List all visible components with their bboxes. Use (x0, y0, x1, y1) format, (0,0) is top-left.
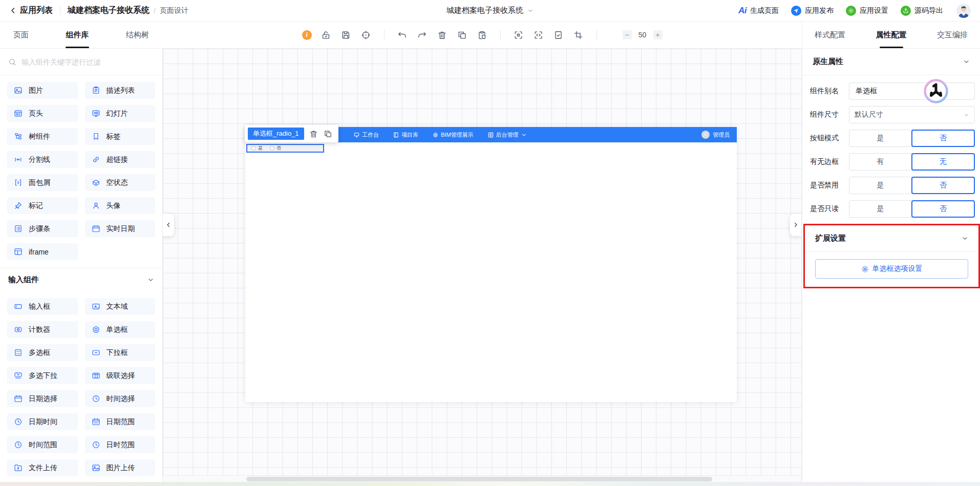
page-title-dropdown[interactable]: 城建档案电子接收系统 (446, 6, 534, 15)
navbar-menu-item[interactable]: 工作台 (354, 131, 379, 139)
user-avatar[interactable] (956, 4, 971, 18)
page-artboard[interactable]: 工作台 项目库 BIM管理展示 后台管理 (245, 127, 737, 402)
selected-radio-component[interactable]: 是 否 (246, 144, 324, 153)
unlock-icon[interactable] (321, 29, 332, 40)
horizontal-scrollbar-thumb[interactable] (246, 477, 712, 481)
component-item[interactable]: 级联选择 (85, 367, 156, 384)
component-item[interactable]: 空状态 (85, 174, 156, 191)
save-icon[interactable] (340, 29, 352, 40)
component-item[interactable]: iframe (7, 243, 78, 260)
disabled-yes[interactable]: 是 (849, 177, 912, 194)
component-item[interactable]: 超链接 (85, 151, 156, 168)
copy-icon[interactable] (457, 29, 468, 40)
duplicate-component-button[interactable] (324, 129, 333, 138)
view-code-icon[interactable] (533, 29, 544, 40)
component-item[interactable]: 文本域 (85, 298, 156, 315)
component-label: 头像 (106, 201, 121, 210)
component-item[interactable]: 输入框 (7, 298, 78, 315)
zoom-out-button[interactable]: − (623, 30, 632, 39)
breadcrumb-app-name[interactable]: 城建档案电子接收系统 (68, 5, 150, 16)
canvas-frame-icon[interactable] (573, 29, 584, 40)
navbar-menu-item[interactable]: BIM管理展示 (433, 131, 474, 139)
component-item[interactable]: 标签 (85, 128, 156, 145)
back-to-app-list[interactable]: 应用列表 (9, 5, 53, 16)
component-alias-input[interactable] (849, 82, 975, 100)
collapse-left-panel-handle[interactable] (163, 214, 174, 236)
border-no[interactable]: 无 (911, 153, 975, 171)
page-check-icon[interactable] (553, 29, 564, 40)
radio-option-label: 否 (276, 145, 281, 152)
app-publish-button[interactable]: 应用发布 (791, 6, 834, 16)
delete-component-button[interactable] (309, 129, 318, 138)
component-item[interactable]: 面包屑 (7, 174, 78, 191)
tab-style-config[interactable]: 样式配置 (815, 22, 845, 48)
radio-circle-icon[interactable] (270, 146, 274, 151)
component-item[interactable]: 多选下拉 (7, 367, 78, 384)
navbar-user[interactable]: 管理员 (701, 131, 737, 139)
radio-option[interactable]: 否 (270, 145, 281, 152)
component-item[interactable]: 下拉框 (85, 344, 156, 361)
component-item[interactable]: 幻灯片 (85, 105, 156, 122)
tab-interaction-config[interactable]: 交互编排 (937, 22, 968, 48)
button-mode-yes[interactable]: 是 (849, 130, 912, 147)
source-export-button[interactable]: 源码导出 (901, 6, 943, 16)
component-item[interactable]: 时间范围 (7, 436, 78, 453)
radio-circle-icon[interactable] (251, 146, 256, 151)
tab-pages[interactable]: 页面 (13, 22, 29, 48)
component-item[interactable]: 日期时间 (7, 413, 78, 430)
component-item[interactable]: 描述列表 (85, 82, 156, 99)
component-icon (14, 109, 23, 118)
tab-structure-tree[interactable]: 结构树 (126, 22, 149, 48)
component-item[interactable]: 图片 (7, 82, 78, 99)
tab-component-library[interactable]: 组件库 (66, 22, 89, 48)
tab-property-config[interactable]: 属性配置 (876, 22, 907, 48)
generate-page-button[interactable]: Ai 生成页面 (738, 6, 779, 16)
component-label: 日期范围 (106, 417, 135, 427)
disabled-no[interactable]: 否 (911, 177, 975, 194)
component-size-select[interactable]: 默认尺寸 (849, 106, 975, 123)
field-button-mode: 按钮模式 是 否 (810, 130, 975, 147)
paste-icon[interactable] (477, 29, 488, 40)
component-item[interactable]: 多选框 (7, 344, 78, 361)
component-item[interactable]: 头像 (85, 197, 156, 214)
component-item[interactable]: 时间选择 (85, 390, 156, 407)
zoom-in-button[interactable]: + (653, 30, 663, 39)
locate-icon[interactable] (360, 29, 372, 40)
app-settings-button[interactable]: 应用设置 (846, 6, 888, 16)
navbar-menu-item[interactable]: 后台管理 (488, 131, 527, 139)
input-components-section-header[interactable]: 输入组件 (0, 268, 162, 291)
search-input[interactable] (22, 58, 154, 66)
button-mode-no[interactable]: 否 (911, 130, 975, 147)
component-item[interactable]: 单选框 (85, 321, 156, 338)
extension-settings-section-header[interactable]: 扩展设置 (805, 225, 978, 252)
component-item[interactable]: 标记 (7, 197, 78, 214)
component-item[interactable]: 步骤条 (7, 220, 78, 237)
navbar-menu-item[interactable]: 项目库 (393, 131, 418, 139)
collapse-right-panel-handle[interactable] (790, 214, 801, 236)
component-item[interactable]: 文件上传 (7, 459, 78, 476)
component-search (0, 49, 162, 75)
info-icon[interactable]: i (302, 30, 312, 40)
component-item[interactable]: 日期范围 (85, 413, 156, 430)
component-item[interactable]: 日时范围 (85, 436, 156, 453)
component-label: 多选框 (29, 348, 50, 357)
readonly-no[interactable]: 否 (911, 200, 975, 218)
component-item[interactable]: 树组件 (7, 128, 78, 145)
readonly-yes[interactable]: 是 (849, 200, 912, 218)
delete-icon[interactable] (437, 29, 448, 40)
component-item[interactable]: 计数器 (7, 321, 78, 338)
preview-icon[interactable] (513, 29, 524, 40)
native-properties-section-header[interactable]: 原生属性 (802, 49, 980, 75)
redo-icon[interactable] (417, 29, 428, 40)
horizontal-scrollbar-track[interactable] (163, 475, 801, 482)
component-item[interactable]: 实时日期 (85, 220, 156, 237)
component-item[interactable]: 分割线 (7, 151, 78, 168)
design-canvas[interactable]: 工作台 项目库 BIM管理展示 后台管理 (162, 49, 802, 486)
component-item[interactable]: 图片上传 (85, 459, 156, 476)
undo-icon[interactable] (397, 29, 408, 40)
radio-option[interactable]: 是 (251, 145, 263, 152)
radio-options-settings-button[interactable]: 单选框选项设置 (815, 259, 968, 279)
component-item[interactable]: 日期选择 (7, 390, 78, 407)
border-yes[interactable]: 有 (849, 153, 912, 171)
component-item[interactable]: 页头 (7, 105, 78, 122)
